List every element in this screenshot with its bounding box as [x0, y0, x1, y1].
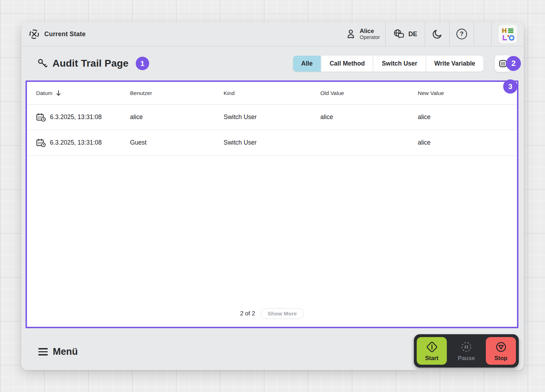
calendar-clock-icon — [36, 113, 46, 122]
globe-chat-icon — [393, 29, 405, 39]
hamburger-icon — [38, 348, 48, 355]
current-state-group: Current State — [21, 29, 340, 40]
page-count: 2 of 2 — [240, 310, 255, 317]
help-button[interactable]: ? — [449, 22, 474, 46]
audit-table: 3 Datum Benutzer Kind Old Value New Valu… — [26, 80, 518, 328]
filter-tab-switch-user[interactable]: Switch User — [373, 56, 425, 72]
calendar-clock-icon — [36, 138, 46, 147]
user-name: Alice — [360, 28, 380, 35]
stop-icon — [495, 341, 507, 353]
column-header-old-value[interactable]: Old Value — [320, 90, 418, 96]
cell-new-value: alice — [418, 139, 508, 146]
pause-icon — [460, 341, 473, 353]
help-icon: ? — [456, 29, 467, 39]
cell-new-value: alice — [418, 113, 508, 121]
top-bar: Current State Alice Operator — [21, 22, 524, 46]
filter-tab-write-variable[interactable]: Write Variable — [426, 56, 483, 72]
cell-kind: Switch User — [224, 113, 320, 121]
key-icon — [37, 58, 48, 69]
topbar-actions: Alice Operator DE — [340, 22, 524, 46]
column-header-kind[interactable]: Kind — [224, 90, 320, 96]
sort-descending-icon — [56, 90, 61, 96]
topbar-spacer — [474, 22, 491, 46]
table-row[interactable]: 6.3.2025, 13:31:08 alice Switch User ali… — [27, 105, 517, 130]
menu-button[interactable]: Menü — [38, 346, 78, 357]
filter-tab-call-method[interactable]: Call Method — [321, 56, 373, 72]
cell-kind: Switch User — [224, 139, 320, 146]
user-icon — [345, 28, 356, 40]
start-button[interactable]: Start — [417, 337, 447, 365]
annotation-badge-2: 2 — [506, 56, 521, 71]
dark-mode-toggle[interactable] — [425, 22, 449, 46]
menu-label: Menü — [53, 346, 78, 357]
table-header-row: Datum Benutzer Kind Old Value New Value — [27, 82, 517, 105]
annotation-badge-1: 1 — [136, 57, 149, 70]
filter-tab-alle[interactable]: Alle — [293, 56, 321, 72]
start-icon — [426, 341, 438, 353]
annotation-badge-3: 3 — [503, 79, 517, 94]
topbar-title: Current State — [44, 30, 86, 38]
pagination: 2 of 2 Show More — [27, 308, 517, 319]
column-header-datum[interactable]: Datum — [36, 90, 130, 96]
moon-icon — [432, 28, 443, 40]
cell-datum: 6.3.2025, 13:31:08 — [50, 139, 102, 146]
stop-button[interactable]: Stop — [486, 337, 516, 365]
helio-logo — [499, 25, 517, 43]
user-menu[interactable]: Alice Operator — [340, 22, 385, 46]
language-selector[interactable]: DE — [385, 22, 425, 46]
table-row[interactable]: 6.3.2025, 13:31:08 Guest Switch User ali… — [27, 130, 517, 156]
app-window: Current State Alice Operator — [21, 22, 524, 370]
column-header-new-value[interactable]: New Value — [418, 90, 508, 96]
page-title: Audit Trail Page — [52, 58, 129, 69]
pause-button[interactable]: Pause — [451, 337, 482, 365]
language-code: DE — [408, 30, 417, 38]
cell-benutzer: alice — [130, 113, 224, 121]
page-title-group: Audit Trail Page 1 — [37, 57, 293, 70]
cell-benutzer: Guest — [130, 139, 224, 146]
logo-cell — [491, 22, 524, 46]
cell-datum: 6.3.2025, 13:31:08 — [50, 113, 102, 121]
column-header-benutzer[interactable]: Benutzer — [130, 90, 224, 96]
page-header-row: Audit Trail Page 1 Alle Call Method Swit… — [21, 46, 524, 80]
run-controls: Start Pause Stop — [414, 334, 519, 368]
dashed-circle-x-icon — [29, 29, 40, 40]
filter-tabs: Alle Call Method Switch User Write Varia… — [293, 56, 483, 72]
user-role: Operator — [360, 34, 380, 40]
show-more-button[interactable]: Show More — [260, 308, 304, 319]
cell-old-value: alice — [320, 113, 418, 121]
